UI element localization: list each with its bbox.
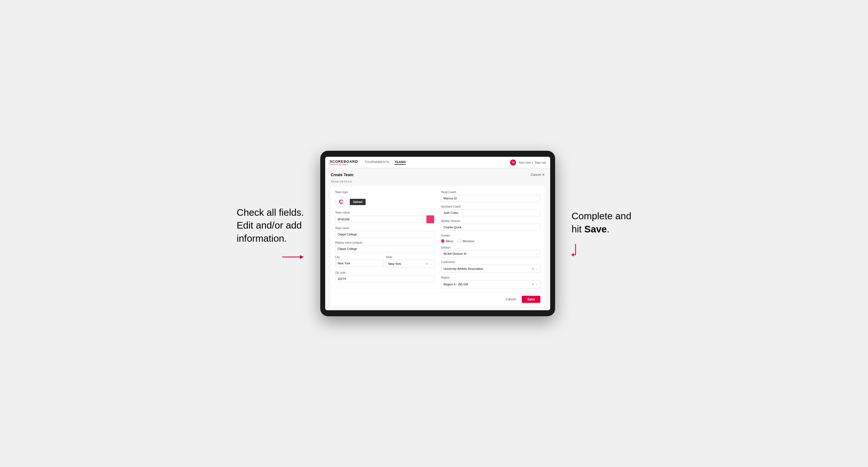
conference-value: University Athletic Association — [443, 267, 483, 270]
zip-input[interactable] — [335, 275, 434, 282]
conference-field: Conference University Athletic Associati… — [441, 260, 540, 273]
annotation-left-text: Check all fields. Edit and/or add inform… — [237, 206, 304, 245]
team-colour-field: Team colour — [335, 211, 434, 223]
state-clear-icon[interactable]: ✕ — [426, 262, 428, 266]
svg-marker-4 — [571, 253, 574, 257]
nav-tournaments[interactable]: TOURNAMENTS — [365, 160, 389, 165]
save-button[interactable]: Save — [522, 296, 540, 303]
display-name-field: Display name (unique) — [335, 241, 434, 252]
logo-circle: C — [335, 196, 347, 208]
form-grid: Team logo C Upload Team colour — [331, 186, 545, 293]
nav-bar: SCOREBOARD Powered by clipp'd TOURNAMENT… — [325, 157, 550, 168]
assistant-coach-label: Assistant Coach — [441, 205, 540, 208]
region-chevron-icon[interactable]: ⌄ — [536, 283, 538, 286]
head-coach-input[interactable] — [441, 195, 540, 202]
team-logo-field: Team logo C Upload — [335, 191, 434, 208]
division-field: Division NCAA Division III ⌄ — [441, 246, 540, 257]
athletic-director-field: Athletic Director — [441, 220, 540, 231]
team-colour-label: Team colour — [335, 211, 434, 214]
region-tag-input[interactable]: Region II - (M) DIII ✕ ⌄ — [441, 280, 540, 288]
gender-label: Gender — [441, 234, 540, 237]
form-footer: Cancel Save — [331, 293, 545, 306]
assistant-coach-input[interactable] — [441, 209, 540, 216]
region-value: Region II - (M) DIII — [443, 283, 468, 286]
app-logo: SCOREBOARD Powered by clipp'd — [330, 160, 358, 165]
arrow-right-icon — [571, 244, 593, 257]
display-name-label: Display name (unique) — [335, 241, 434, 244]
cancel-header[interactable]: Cancel ✕ — [531, 173, 545, 177]
conference-tag-controls: ✕ ⌄ — [532, 267, 538, 271]
page-title: Create Team — [331, 173, 353, 177]
logo-area: C Upload — [335, 196, 434, 208]
nav-teams[interactable]: TEAMS — [395, 160, 406, 165]
cancel-button[interactable]: Cancel — [502, 296, 519, 303]
city-input[interactable] — [335, 260, 383, 267]
section-label: TEAM DETAILS — [331, 180, 545, 183]
assistant-coach-field: Assistant Coach — [441, 205, 540, 216]
logo-letter: C — [339, 198, 343, 206]
form-left-col: Team logo C Upload Team colour — [335, 191, 434, 288]
page-header: Create Team Cancel ✕ — [331, 173, 545, 177]
colour-input[interactable] — [335, 216, 426, 223]
state-tag[interactable]: New York ✕ ⌄ — [386, 260, 434, 268]
sign-out-link[interactable]: Sign out — [535, 161, 546, 164]
display-name-input[interactable] — [335, 245, 434, 252]
city-state-row: City State New York ✕ ⌄ — [335, 256, 434, 268]
conference-clear-icon[interactable]: ✕ — [532, 267, 534, 271]
team-name-field: Team name — [335, 227, 434, 238]
womens-radio-icon — [458, 239, 461, 243]
city-field: City — [335, 256, 383, 268]
division-select[interactable]: NCAA Division III — [441, 250, 540, 257]
state-tag-controls: ✕ ⌄ — [426, 262, 432, 266]
state-field: State New York ✕ ⌄ — [386, 256, 434, 268]
conference-chevron-icon[interactable]: ⌄ — [536, 268, 538, 270]
page-content: Create Team Cancel ✕ TEAM DETAILS Team l… — [325, 168, 550, 310]
zip-label: Zip code — [335, 271, 434, 274]
user-label: Test User | — [518, 161, 532, 164]
state-label: State — [386, 256, 434, 259]
conference-tag-input[interactable]: University Athletic Association ✕ ⌄ — [441, 264, 540, 273]
division-select-wrapper: NCAA Division III ⌄ — [441, 250, 540, 257]
team-name-input[interactable] — [335, 231, 434, 238]
state-chevron-icon[interactable]: ⌄ — [430, 262, 432, 265]
region-field: Region Region II - (M) DIII ✕ ⌄ — [441, 276, 540, 288]
gender-row: Mens Womens — [441, 239, 540, 243]
state-value: New York — [388, 262, 401, 266]
zip-field: Zip code — [335, 271, 434, 282]
nav-links: TOURNAMENTS TEAMS — [365, 160, 510, 165]
avatar: TU — [510, 159, 516, 165]
division-label: Division — [441, 246, 540, 249]
left-annotation: Check all fields. Edit and/or add inform… — [237, 206, 304, 261]
team-logo-label: Team logo — [335, 191, 434, 194]
nav-right: TU Test User | Sign out — [510, 159, 546, 165]
tablet-screen: SCOREBOARD Powered by clipp'd TOURNAMENT… — [325, 157, 550, 310]
upload-button[interactable]: Upload — [350, 199, 366, 205]
city-label: City — [335, 256, 383, 259]
form-right-col: Head Coach Assistant Coach Athletic Dire… — [441, 191, 540, 288]
head-coach-field: Head Coach — [441, 191, 540, 202]
team-name-label: Team name — [335, 227, 434, 230]
mens-radio-dot — [442, 240, 444, 242]
region-label: Region — [441, 276, 540, 279]
svg-marker-1 — [300, 255, 304, 259]
athletic-director-label: Athletic Director — [441, 220, 540, 223]
athletic-director-input[interactable] — [441, 224, 540, 231]
region-clear-icon[interactable]: ✕ — [532, 283, 534, 286]
conference-label: Conference — [441, 260, 540, 263]
right-annotation: Complete and hit Save. — [571, 210, 631, 257]
gender-womens-option[interactable]: Womens — [458, 239, 474, 243]
arrow-left-icon — [282, 253, 304, 261]
annotation-right-text: Complete and hit Save. — [571, 210, 631, 236]
colour-row — [335, 215, 434, 223]
head-coach-label: Head Coach — [441, 191, 540, 194]
gender-mens-option[interactable]: Mens — [441, 239, 453, 243]
mens-radio-icon — [441, 239, 444, 243]
colour-swatch[interactable] — [426, 215, 434, 223]
gender-field: Gender Mens Womens — [441, 234, 540, 243]
tablet-frame: SCOREBOARD Powered by clipp'd TOURNAMENT… — [320, 151, 555, 316]
region-tag-controls: ✕ ⌄ — [532, 283, 538, 286]
city-state-field: City State New York ✕ ⌄ — [335, 256, 434, 268]
